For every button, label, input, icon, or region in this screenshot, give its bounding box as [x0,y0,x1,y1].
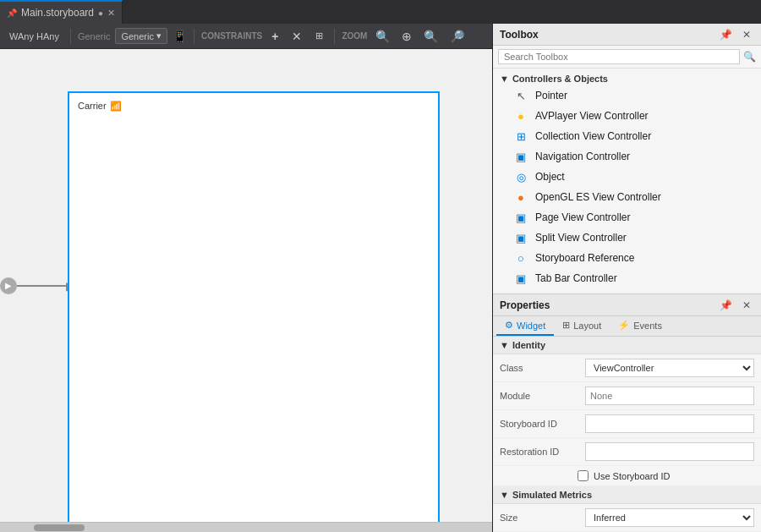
identity-title: Identity [512,340,545,350]
any-size-button[interactable]: WAny HAny [5,30,63,43]
add-constraint-button[interactable]: + [267,28,282,45]
toolbox-item-storyboard-ref[interactable]: ○ Storyboard Reference [493,248,761,268]
events-label: Events [633,321,662,331]
navigation-label: Navigation Controller [535,151,630,162]
toolbar-separator-1 [70,29,71,44]
properties-title: Properties [500,299,713,311]
storyboard-id-value [585,414,754,433]
tab-close-button[interactable]: ✕ [107,8,115,19]
remove-constraint-button[interactable]: ✕ [287,28,306,45]
align-button[interactable]: ⊞ [311,29,327,43]
tab-events[interactable]: ⚡ Events [610,316,671,336]
toolbox-search-input[interactable] [498,49,740,64]
simulated-metrics-section-header: ▼ Simulated Metrics [493,486,761,504]
toolbox-item-pageview[interactable]: ▣ Page View Controller [493,207,761,228]
identity-section-header: ▼ Identity [493,337,761,354]
editor-area: WAny HAny Generic Generic ▾ 📱 CONSTRAINT… [0,24,492,532]
canvas-area[interactable]: ▶ ▶ Carrier 📶 ⚠ ℹ [0,49,492,522]
collection-label: Collection View Controller [535,130,651,142]
view-as-dropdown[interactable]: Generic ▾ [115,28,167,44]
toolbox-close-button[interactable]: ✕ [739,27,754,42]
scrollbar-thumb[interactable] [34,524,85,531]
tableview-label: Table View Controller [535,293,631,293]
arrow-start-circle: ▶ [0,277,17,294]
view-as-chevron: ▾ [156,30,162,41]
splitview-label: Split View Controller [535,232,627,244]
zoom-in-button[interactable]: 🔍 [420,29,441,44]
splitview-icon: ▣ [513,230,528,245]
toolbox-item-splitview[interactable]: ▣ Split View Controller [493,228,761,248]
size-select[interactable]: Inferred [585,508,754,527]
tabbar-icon: ▣ [513,271,528,286]
module-value [585,387,754,405]
object-icon: ◎ [513,169,528,184]
restoration-id-input[interactable] [585,442,754,461]
tab-layout[interactable]: ⊞ Layout [554,316,610,336]
tab-pin-icon: 📌 [7,8,17,18]
toolbox-item-object[interactable]: ◎ Object [493,167,761,187]
toolbox-item-tabbar[interactable]: ▣ Tab Bar Controller [493,268,761,288]
module-input[interactable] [585,387,754,405]
toolbox-item-opengl[interactable]: ● OpenGL ES View Controller [493,187,761,207]
storyboard-id-input[interactable] [585,414,754,433]
widget-icon: ⚙ [505,320,513,331]
arrow-stem [17,285,68,287]
toolbox-title: Toolbox [500,29,713,41]
widget-label: Widget [517,321,545,331]
toolbox-items-container: ↖ Pointer ● AVPlayer View Controller ⊞ C… [493,85,761,293]
tab-main-storyboard[interactable]: 📌 Main.storyboard ● ✕ [0,0,123,24]
restoration-id-label: Restoration ID [500,447,580,457]
toolbox-section-header: ▼ Controllers & Objects [493,72,761,85]
identity-chevron: ▼ [500,340,509,350]
class-value: ViewController [585,359,754,377]
view-as-label: Generic [78,31,111,41]
search-icon: 🔍 [743,51,756,63]
toolbar-separator-2 [194,29,194,44]
metrics-title: Simulated Metrics [512,490,592,500]
properties-tabs: ⚙ Widget ⊞ Layout ⚡ Events [493,316,761,337]
properties-close-button[interactable]: ✕ [739,298,754,313]
pageview-icon: ▣ [513,210,528,225]
section-chevron: ▼ [500,74,509,84]
toolbox-item-collection[interactable]: ⊞ Collection View Controller [493,126,761,146]
opengl-label: OpenGL ES View Controller [535,191,661,203]
module-row: Module [493,382,761,410]
carrier-text: Carrier [78,101,107,111]
toolbox-list: ▼ Controllers & Objects ↖ Pointer ● AVPl… [493,69,761,293]
tabbar-label: Tab Bar Controller [535,272,617,284]
toolbox-panel: Toolbox 📌 ✕ 🔍 ▼ Controllers & Objects ↖ … [493,24,761,294]
arrow-connector: ▶ ▶ [0,277,75,294]
use-storyboard-id-checkbox[interactable] [578,470,589,481]
zoom-label: ZOOM [342,31,367,41]
properties-body: ▼ Identity Class ViewController Module [493,337,761,532]
zoom-extra-button[interactable]: 🔎 [446,29,468,44]
restoration-id-row: Restoration ID [493,438,761,466]
toolbox-item-tableview[interactable]: ▤ Table View Controller [493,288,761,293]
zoom-out-button[interactable]: 🔍 [372,29,393,44]
toolbox-item-navigation[interactable]: ▣ Navigation Controller [493,146,761,167]
size-row: Size Inferred [493,504,761,532]
class-select[interactable]: ViewController [585,359,754,377]
properties-pin-button[interactable]: 📌 [716,298,736,313]
iphone-frame: Carrier 📶 ⚠ ℹ [68,91,440,522]
constraints-label: CONSTRAINTS [201,31,262,41]
section-title: Controllers & Objects [512,74,608,84]
main-layout: WAny HAny Generic Generic ▾ 📱 CONSTRAINT… [0,24,761,532]
use-storyboard-id-label: Use Storyboard ID [594,471,670,481]
toolbox-item-pointer[interactable]: ↖ Pointer [493,85,761,106]
tab-bar: 📌 Main.storyboard ● ✕ [0,0,761,24]
tab-widget[interactable]: ⚙ Widget [496,316,554,336]
toolbox-pin-button[interactable]: 📌 [716,27,736,42]
horizontal-scrollbar[interactable] [0,522,492,532]
tab-modified-icon: ● [98,8,103,18]
toolbox-item-avplayer[interactable]: ● AVPlayer View Controller [493,106,761,126]
opengl-icon: ● [513,189,528,205]
object-label: Object [535,171,565,183]
toolbox-search-box: 🔍 [493,46,761,69]
toolbar-separator-3 [334,29,335,44]
collection-icon: ⊞ [513,129,528,144]
iphone-status-bar: Carrier 📶 [69,93,438,118]
zoom-fit-button[interactable]: ⊕ [398,29,415,44]
storyboard-ref-label: Storyboard Reference [535,252,634,264]
avplayer-icon: ● [513,108,528,123]
